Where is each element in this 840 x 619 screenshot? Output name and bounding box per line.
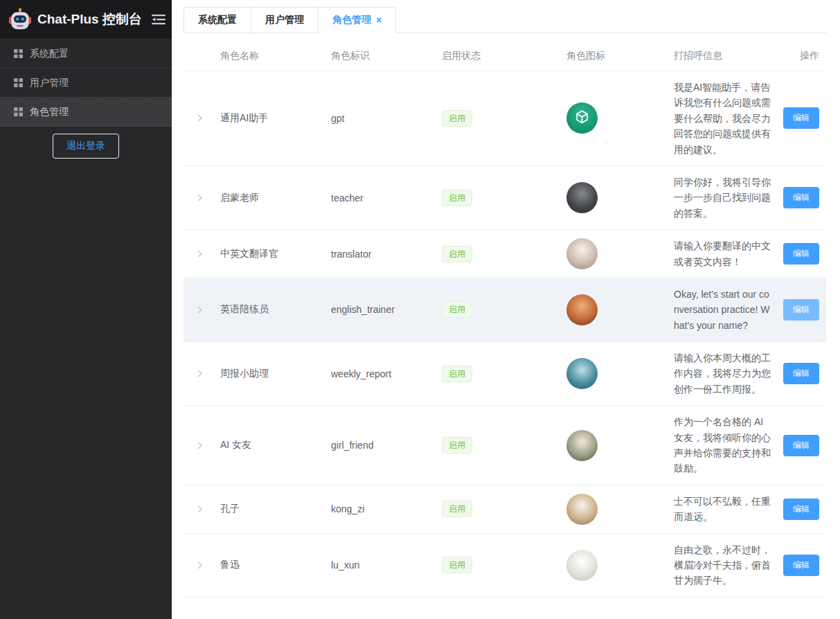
tab-user-management[interactable]: 用户管理 (251, 7, 319, 33)
sidebar: Chat-Plus 控制台 系统配置 用户管理 (0, 0, 172, 619)
role-key: teacher (324, 192, 435, 204)
role-key: translator (324, 249, 435, 260)
role-name: 鲁迅 (213, 559, 324, 571)
table-row: 周报小助理 weekly_report 启用 请输入你本周大概的工作内容，我将尽… (184, 342, 826, 406)
tab-label: 用户管理 (265, 14, 304, 26)
sidebar-item-label: 用户管理 (30, 77, 69, 89)
column-header-role-key: 角色标识 (324, 50, 435, 62)
status-badge: 启用 (442, 557, 472, 573)
column-header-role-name: 角色名称 (213, 50, 324, 62)
status-badge: 启用 (442, 301, 472, 318)
role-name: 英语陪练员 (213, 303, 324, 316)
role-key: lu_xun (324, 559, 435, 571)
role-name: 通用AI助手 (213, 112, 324, 125)
sidebar-item-label: 系统配置 (30, 48, 69, 60)
edit-button[interactable]: 编辑 (783, 435, 819, 456)
role-key: weekly_report (324, 368, 435, 379)
column-header-greeting: 打招呼信息 (667, 48, 779, 63)
expand-row-icon[interactable] (195, 307, 202, 314)
robot-icon (8, 8, 32, 31)
greeting-text: 士不可以不弘毅，任重而道远。 (667, 485, 779, 533)
greeting-text: 同学你好，我将引导你一步一步自己找到问题的答案。 (667, 166, 779, 229)
edit-button[interactable]: 编辑 (783, 363, 819, 384)
sidebar-header: Chat-Plus 控制台 (0, 0, 172, 39)
role-key: gpt (324, 113, 435, 124)
sidebar-item-role-management[interactable]: 角色管理 (0, 98, 172, 127)
edit-button[interactable]: 编辑 (783, 243, 819, 264)
grid-icon (14, 49, 23, 58)
expand-row-icon[interactable] (195, 251, 202, 258)
edit-button[interactable]: 编辑 (783, 187, 819, 208)
fold-menu-icon[interactable] (152, 14, 166, 25)
table-row: 中英文翻译官 translator 启用 请输入你要翻译的中文或者英文内容！ 编… (184, 230, 826, 278)
expand-row-icon[interactable] (195, 195, 202, 201)
teacher-avatar (566, 182, 598, 213)
column-header-status: 启用状态 (435, 50, 560, 62)
tab-label: 系统配置 (198, 14, 237, 26)
greeting-text: Okay, let's start our conversation pract… (667, 278, 779, 341)
luxun-avatar (566, 550, 598, 581)
greeting-text: 自由之歌，永不过时，横眉冷对千夫指，俯首甘为孺子牛。 (667, 534, 779, 597)
status-badge: 启用 (442, 246, 472, 262)
greeting-text: 我是AI智能助手，请告诉我您有什么问题或需要什么帮助，我会尽力回答您的问题或提供… (667, 71, 779, 165)
expand-row-icon[interactable] (195, 115, 202, 122)
column-header-actions: 操作 (779, 50, 826, 62)
grid-icon (14, 78, 23, 87)
edit-button[interactable]: 编辑 (783, 555, 819, 576)
role-name: 启蒙老师 (213, 192, 324, 204)
greeting-text: 作为一个名合格的 AI 女友，我将倾听你的心声并给你需要的支持和鼓励。 (667, 406, 779, 485)
tabs-filler (396, 7, 826, 33)
weekly-report-avatar (566, 358, 598, 389)
column-header-role-icon: 角色图标 (560, 50, 667, 62)
role-name: 周报小助理 (213, 368, 324, 380)
expand-row-icon[interactable] (195, 442, 202, 449)
table-row: 鲁迅 lu_xun 启用 自由之歌，永不过时，横眉冷对千夫指，俯首甘为孺子牛。 … (184, 534, 826, 598)
sidebar-menu: 系统配置 用户管理 角色管理 (0, 39, 172, 127)
expand-row-icon[interactable] (195, 370, 202, 377)
role-name: 中英文翻译官 (213, 248, 324, 260)
edit-button[interactable]: 编辑 (783, 499, 819, 520)
expand-row-icon[interactable] (195, 505, 202, 512)
translator-avatar (566, 238, 598, 269)
role-key: girl_friend (324, 440, 435, 451)
girl-friend-avatar (566, 430, 598, 461)
main-content: 系统配置 用户管理 角色管理 × 角色名称 角色标识 启用状态 角色图标 打招呼… (172, 0, 840, 619)
role-key: english_trainer (324, 304, 435, 315)
grid-icon (14, 107, 23, 116)
greeting-text: 请输入你本周大概的工作内容，我将尽力为您创作一份工作周报。 (667, 342, 779, 405)
status-badge: 启用 (442, 437, 472, 454)
status-badge: 启用 (442, 501, 472, 517)
table-row: 通用AI助手 gpt 启用 我是AI智能助手，请告诉我您有什么问题或需要什么帮助… (184, 71, 826, 166)
sidebar-item-user-management[interactable]: 用户管理 (0, 69, 172, 98)
english-trainer-avatar (566, 294, 598, 325)
openai-knot-icon (573, 109, 591, 127)
table-row: 启蒙老师 teacher 启用 同学你好，我将引导你一步一步自己找到问题的答案。… (184, 166, 826, 230)
app-title: Chat-Plus 控制台 (37, 10, 142, 28)
sidebar-item-system-config[interactable]: 系统配置 (0, 39, 172, 69)
table-row: 孔子 kong_zi 启用 士不可以不弘毅，任重而道远。 编辑 (184, 485, 826, 534)
tab-role-management[interactable]: 角色管理 × (318, 7, 396, 33)
tab-label: 角色管理 (332, 14, 371, 26)
openai-logo-avatar (566, 102, 598, 134)
greeting-text: 请输入你要翻译的中文或者英文内容！ (667, 230, 779, 278)
close-tab-icon[interactable]: × (376, 15, 382, 25)
table-row: AI 女友 girl_friend 启用 作为一个名合格的 AI 女友，我将倾听… (184, 406, 826, 485)
role-name: 孔子 (213, 503, 324, 515)
tab-system-config[interactable]: 系统配置 (184, 7, 251, 33)
role-name: AI 女友 (213, 439, 324, 451)
table-row: 英语陪练员 english_trainer 启用 Okay, let's sta… (184, 278, 826, 342)
status-badge: 启用 (442, 110, 472, 127)
sidebar-item-label: 角色管理 (30, 106, 69, 118)
status-badge: 启用 (442, 190, 472, 206)
table-header-row: 角色名称 角色标识 启用状态 角色图标 打招呼信息 操作 (184, 41, 826, 71)
roles-table: 角色名称 角色标识 启用状态 角色图标 打招呼信息 操作 通用AI助手 gpt … (184, 41, 826, 598)
edit-button[interactable]: 编辑 (783, 299, 819, 321)
status-badge: 启用 (442, 366, 472, 382)
role-key: kong_zi (324, 503, 435, 514)
edit-button[interactable]: 编辑 (783, 107, 819, 129)
logout-button[interactable]: 退出登录 (53, 134, 119, 159)
table-body: 通用AI助手 gpt 启用 我是AI智能助手，请告诉我您有什么问题或需要什么帮助… (184, 71, 826, 598)
kongzi-avatar (566, 494, 598, 525)
tabs-bar: 系统配置 用户管理 角色管理 × (184, 7, 826, 33)
expand-row-icon[interactable] (195, 562, 202, 568)
